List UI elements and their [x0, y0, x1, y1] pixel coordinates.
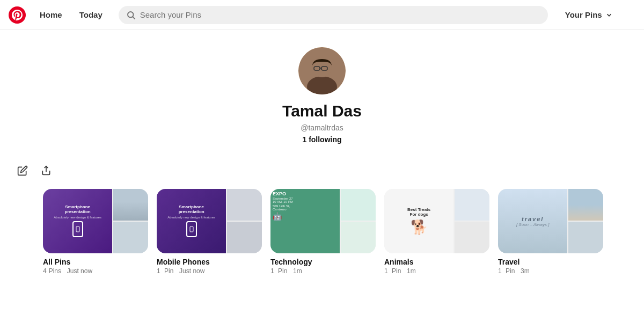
board-main-image: Smartphonepresentation Absolutely new de… [43, 189, 112, 253]
share-button[interactable] [36, 161, 56, 180]
boards-section: Smartphonepresentation Absolutely new de… [0, 185, 644, 288]
svg-line-2 [133, 17, 135, 19]
action-row [0, 157, 644, 185]
board-name: Mobile Phones [157, 258, 262, 266]
your-pins-button[interactable]: Your Pins [557, 5, 621, 25]
svg-rect-10 [76, 226, 79, 232]
profile-following[interactable]: 1 following [302, 135, 341, 144]
board-card[interactable]: Smartphonepresentation Absolutely new de… [157, 189, 262, 275]
board-sub-image-1 [227, 189, 262, 221]
profile-section: Tamal Das @tamaltrdas 1 following [0, 30, 644, 152]
board-card[interactable]: travel [ Soon – Always ] Travel 1 Pin 3m [498, 189, 603, 275]
board-meta: 4Pins Just now [43, 267, 148, 275]
board-main-image: EXPO September 2710 AM–10 PM 509 12th St… [270, 189, 340, 253]
board-sub-image-1 [113, 189, 148, 221]
board-images: Best TreatsFor dogs 🐕 [384, 189, 489, 253]
board-meta: 1 Pin 3m [498, 267, 603, 275]
board-main-image: Best TreatsFor dogs 🐕 [384, 189, 453, 253]
search-bar [119, 6, 548, 24]
board-name: Technology [270, 258, 376, 266]
navbar: Home Today Your Pins [0, 0, 644, 30]
board-name: Animals [384, 258, 489, 266]
edit-button[interactable] [13, 161, 32, 180]
board-sub-image-2 [568, 222, 603, 253]
board-images: Smartphonepresentation Absolutely new de… [157, 189, 262, 253]
board-sub-image-2 [341, 222, 376, 253]
board-images: Smartphonepresentation Absolutely new de… [43, 189, 148, 253]
search-icon [126, 10, 136, 20]
board-card[interactable]: Best TreatsFor dogs 🐕 Animals 1 Pin 1m [384, 189, 489, 275]
board-sub-image-2 [113, 222, 148, 253]
board-sub-image-1 [341, 189, 376, 221]
board-meta: 1 Pin 1m [270, 267, 376, 275]
board-sub-image-2 [455, 222, 489, 253]
pinterest-logo[interactable] [9, 6, 26, 24]
board-images: travel [ Soon – Always ] [498, 189, 603, 253]
board-main-image: travel [ Soon – Always ] [498, 189, 567, 253]
board-meta: 1 Pin 1m [384, 267, 489, 275]
svg-point-0 [9, 6, 26, 24]
board-sub-image-1 [568, 189, 603, 221]
board-card[interactable]: Smartphonepresentation Absolutely new de… [43, 189, 148, 275]
avatar [298, 47, 346, 94]
profile-username: @tamaltrdas [301, 123, 343, 132]
board-name: Travel [498, 258, 603, 266]
board-name: All Pins [43, 258, 148, 266]
svg-point-1 [128, 12, 134, 18]
navbar-links: Home Today [32, 6, 110, 24]
svg-rect-11 [190, 226, 193, 232]
today-link[interactable]: Today [72, 6, 110, 24]
edit-icon [17, 165, 28, 176]
board-main-image: Smartphonepresentation Absolutely new de… [157, 189, 226, 253]
board-sub-image-1 [455, 189, 489, 221]
your-pins-label: Your Pins [565, 10, 602, 19]
board-card[interactable]: EXPO September 2710 AM–10 PM 509 12th St… [270, 189, 376, 275]
boards-list: Smartphonepresentation Absolutely new de… [43, 189, 603, 275]
profile-name: Tamal Das [282, 102, 362, 120]
home-link[interactable]: Home [32, 6, 70, 24]
chevron-down-icon [605, 11, 613, 19]
board-meta: 1 Pin Just now [157, 267, 262, 275]
share-icon [41, 165, 52, 176]
search-input[interactable] [140, 10, 540, 19]
board-sub-image-2 [227, 222, 262, 253]
board-images: EXPO September 2710 AM–10 PM 509 12th St… [270, 189, 376, 253]
